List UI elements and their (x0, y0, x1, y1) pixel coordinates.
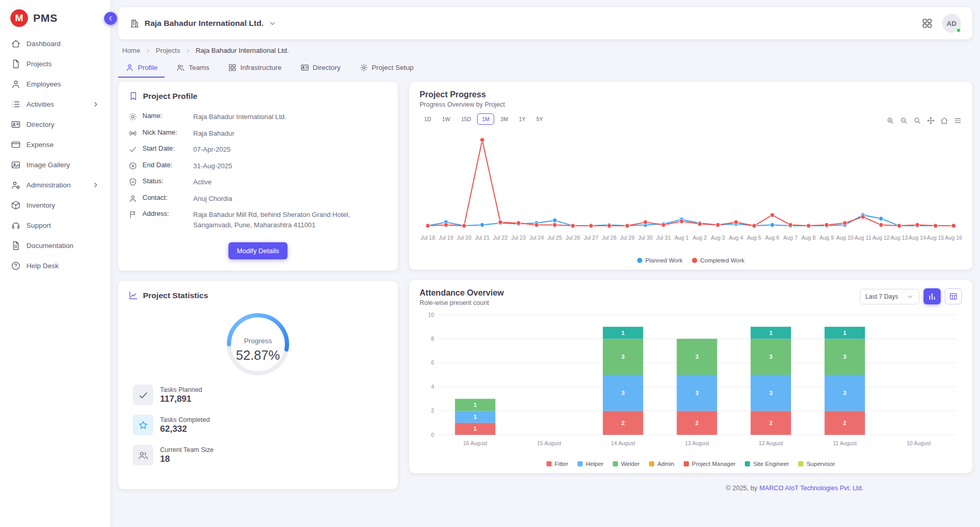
sidebar-item-documentation[interactable]: Documentation (5, 236, 106, 255)
zoom-in-icon[interactable] (886, 116, 895, 125)
tab-profile[interactable]: Profile (118, 57, 165, 78)
card-header: Attendance Overview Role-wise present co… (420, 288, 962, 306)
breadcrumb-item-raja-bahadur-international-ltd-: Raja Bahadur International Ltd. (196, 47, 289, 54)
legend-label: Welder (621, 461, 640, 467)
legend-label: Supervisor (806, 461, 835, 467)
pan-icon[interactable] (927, 116, 935, 125)
usergear-icon (11, 180, 21, 190)
shield-icon (128, 177, 137, 186)
svg-text:10: 10 (428, 312, 434, 318)
card-header: Project Statistics (128, 290, 387, 300)
footer-link[interactable]: MARCO AIoT Technologies Pvt. Ltd. (759, 485, 863, 492)
reset-home-icon[interactable] (940, 116, 948, 125)
sidebar-item-dashboard[interactable]: Dashboard (5, 34, 106, 53)
svg-text:1: 1 (769, 330, 772, 336)
attendance-titles: Attendance Overview Role-wise present co… (420, 288, 504, 306)
legend-item-welder[interactable]: Welder (613, 461, 640, 467)
progress-chart-legend: Planned Work Completed Work (420, 257, 962, 264)
legend-item-supervisor[interactable]: Supervisor (798, 461, 835, 467)
app-logo[interactable]: M PMS (0, 0, 110, 33)
sidebar-item-label: Documentation (26, 242, 74, 250)
doc-icon (11, 241, 21, 251)
sidebar-item-expense[interactable]: Expense (5, 135, 106, 154)
range-button-15d[interactable]: 15D (456, 113, 475, 125)
sidebar-collapse-button[interactable] (104, 12, 117, 25)
field-value: Raja Bahadur International Ltd. (193, 112, 286, 122)
sidebar-item-label: Expense (26, 141, 54, 149)
sidebar-item-activities[interactable]: Activities (5, 95, 106, 114)
stat-current-team-size: Current Team Size 18 (128, 445, 387, 465)
svg-text:2: 2 (431, 407, 434, 414)
attendance-bar-chart: 024681011116 August15 August233114 Augus… (420, 306, 962, 460)
image-icon (11, 160, 21, 170)
selection-zoom-icon[interactable] (913, 116, 921, 125)
stat-label: Tasks Planned (160, 386, 202, 393)
sidebar-item-support[interactable]: Support (5, 216, 106, 235)
svg-text:14 August: 14 August (611, 440, 635, 446)
range-button-1d[interactable]: 1D (420, 113, 436, 125)
legend-item-project-manager[interactable]: Project Manager (684, 461, 736, 467)
svg-text:Jul 23: Jul 23 (511, 235, 526, 241)
avatar[interactable]: AD (942, 14, 961, 33)
sidebar-item-label: Inventory (26, 201, 55, 209)
svg-text:Jul 19: Jul 19 (439, 235, 453, 241)
range-button-3m[interactable]: 3M (496, 113, 513, 125)
field-value: 07-Apr-2025 (193, 144, 230, 155)
users-icon (138, 450, 149, 461)
headset-icon (11, 221, 21, 230)
legend-item-helper[interactable]: Helper (578, 461, 603, 467)
sidebar-item-inventory[interactable]: Inventory (5, 196, 106, 215)
sidebar-item-projects[interactable]: Projects (5, 54, 106, 74)
legend-marker (692, 258, 697, 263)
svg-text:3: 3 (769, 354, 772, 360)
table-view-toggle-button[interactable] (945, 288, 962, 304)
legend-item-completed-work[interactable]: Completed Work (692, 257, 744, 264)
main-content: Raja Bahadur International Ltd. AD Home … (110, 0, 980, 527)
date-range-select[interactable]: Last 7 Days (860, 289, 919, 304)
tab-infrastructure[interactable]: Infrastructure (221, 57, 289, 78)
range-button-1m[interactable]: 1M (477, 113, 494, 125)
tab-project-setup[interactable]: Project Setup (352, 57, 421, 78)
bar-view-toggle-button[interactable] (924, 288, 941, 304)
sidebar-item-administration[interactable]: Administration (5, 175, 106, 195)
bar-chart-icon (928, 292, 936, 301)
legend-item-site-engineer[interactable]: Site Engineer (745, 461, 789, 467)
profile-field-end-date-: End Date: 31-Aug-2025 (128, 158, 387, 174)
zoom-out-icon[interactable] (900, 116, 908, 125)
sidebar-item-employees[interactable]: Employees (5, 75, 106, 94)
svg-text:2: 2 (769, 420, 772, 426)
svg-text:Aug 3: Aug 3 (711, 235, 725, 241)
range-button-1y[interactable]: 1Y (514, 113, 530, 125)
progress-line-chart: Jul 18Jul 19Jul 20Jul 21Jul 22Jul 23Jul … (420, 125, 962, 256)
sidebar-item-image-gallery[interactable]: Image Gallery (5, 155, 106, 174)
sidebar-item-label: Employees (26, 80, 61, 88)
chart-menu-icon[interactable] (954, 116, 962, 125)
gear-icon (128, 112, 137, 121)
breadcrumb: Home Projects Raja Bahadur International… (118, 39, 972, 54)
legend-item-planned-work[interactable]: Planned Work (637, 257, 683, 264)
svg-text:2: 2 (695, 420, 698, 426)
range-button-1w[interactable]: 1W (437, 113, 455, 125)
modify-details-button[interactable]: Modify Details (228, 242, 287, 259)
tab-directory[interactable]: Directory (293, 57, 348, 78)
profile-field-status-: Status: Active (128, 174, 387, 191)
card-header: Project Profile (128, 91, 387, 101)
legend-item-admin[interactable]: Admin (649, 461, 674, 467)
sidebar-item-directory[interactable]: Directory (5, 115, 106, 134)
company-selector[interactable]: Raja Bahadur International Ltd. (129, 18, 277, 28)
sidebar-item-label: Directory (26, 121, 54, 128)
sidebar-item-help-desk[interactable]: Help Desk (5, 256, 106, 275)
legend-marker (613, 461, 618, 466)
legend-item-fitter[interactable]: Fitter (546, 461, 568, 467)
breadcrumb-separator-icon (145, 47, 152, 54)
breadcrumb-item-home[interactable]: Home (122, 47, 140, 54)
footer-text: © 2025, by (726, 485, 757, 492)
apps-grid-icon[interactable] (921, 18, 933, 29)
range-button-5y[interactable]: 5Y (531, 113, 547, 125)
stats-list: Tasks Planned 117,891 Tasks Completed 62… (128, 385, 387, 465)
app-name: PMS (33, 12, 57, 24)
profile-field-address-: Address: Raja Bahadur Mill Rd, behind Sh… (128, 207, 387, 233)
svg-text:Jul 26: Jul 26 (566, 235, 580, 241)
tab-teams[interactable]: Teams (169, 57, 217, 78)
breadcrumb-item-projects[interactable]: Projects (156, 47, 180, 54)
